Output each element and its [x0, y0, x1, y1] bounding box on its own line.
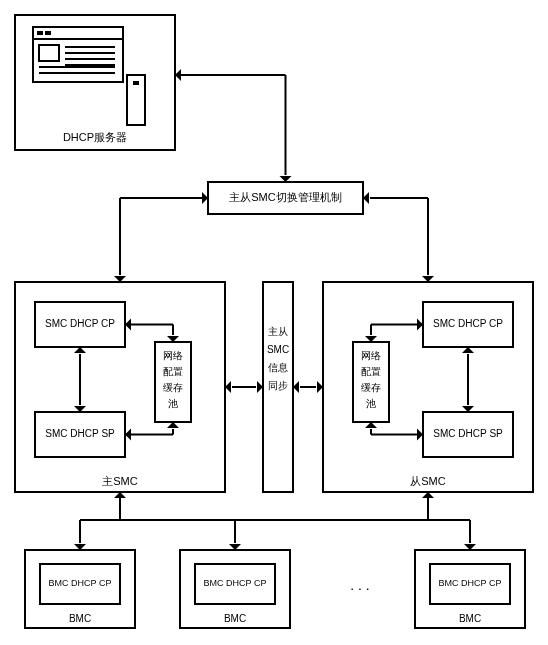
diagram-canvas	[0, 0, 548, 645]
